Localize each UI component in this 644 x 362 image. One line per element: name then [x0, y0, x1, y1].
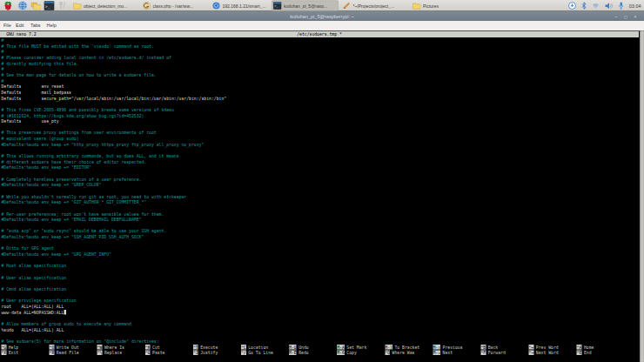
editor-line: # While you shouldn't normally run git a… — [2, 193, 637, 199]
volume-icon[interactable] — [605, 2, 614, 10]
shortcut-label: Replace — [104, 350, 122, 355]
taskbar-window-label: object_detection_mo... — [84, 3, 127, 9]
close-button[interactable]: × — [633, 13, 638, 19]
editor-line: # — [2, 66, 637, 72]
shortcut-label: Paste — [152, 350, 164, 355]
updates-icon[interactable] — [568, 2, 576, 10]
editor-line — [2, 257, 637, 263]
wifi-icon[interactable] — [592, 3, 600, 10]
shortcut-key: ^/ — [241, 350, 246, 355]
shortcut-label: Location — [248, 345, 268, 350]
terminal-scrollbar[interactable] — [640, 31, 644, 362]
shortcut-key: ^→ — [529, 350, 534, 355]
minimize-button[interactable]: − — [614, 13, 619, 19]
editor-line: # different sudoers have their choice of… — [2, 158, 637, 164]
geany-icon — [143, 2, 151, 10]
terminal-content[interactable]: /etc/sudoers.tmp * GNU nano 7.2 ## This … — [0, 31, 644, 362]
nano-shortcut-row-1: ^GHelp^OWrite Out^WWhere Is^KCut^TExecut… — [2, 344, 641, 350]
nano-shortcut: ^FForward — [481, 350, 506, 356]
editor-line: #Defaults:%sudo env_keep += "http_proxy … — [2, 142, 637, 148]
taskbar-window-label: class.php - /var/ww... — [153, 3, 193, 9]
menu-edit[interactable]: Edit — [16, 23, 23, 28]
taskbar-window-pictures[interactable]: Pictures — [411, 1, 463, 11]
editor-line — [2, 240, 637, 246]
clock[interactable]: 03:04 — [629, 3, 641, 9]
shortcut-label: Prev Word — [536, 345, 559, 350]
shortcut-key: M-↑ — [433, 345, 440, 350]
window-controls: − □ × — [614, 11, 638, 21]
shortcut-label: Back — [488, 345, 499, 350]
shortcut-label: Cut — [152, 345, 160, 350]
nano-shortcut: M-6Copy — [337, 350, 357, 356]
editor-line — [2, 332, 637, 339]
editor-line: root ALL=(ALL:ALL) ALL — [2, 304, 637, 310]
bluetooth-icon[interactable] — [581, 2, 587, 10]
tools-launcher[interactable] — [57, 1, 67, 10]
folders-icon — [30, 2, 41, 10]
menu-tabs[interactable]: Tabs — [30, 23, 41, 28]
editor-line: # — [2, 37, 637, 44]
editor-line: # "sudo scp" or "sudo rsync" should be a… — [2, 228, 637, 234]
desktop-screen: >_ object_detection_mo... class.php - /v… — [0, 0, 644, 362]
editor-line: Defaults env_reset — [2, 84, 637, 90]
taskbar-window-label: Pictures — [423, 3, 439, 9]
editor-line: # Ditto for GPG agent — [2, 245, 637, 251]
terminal-launcher[interactable]: >_ — [44, 1, 55, 10]
shortcut-key: M-E — [289, 350, 297, 355]
shortcut-key: M-] — [385, 345, 392, 350]
window-titlebar[interactable]: kutluhan_pi_5@raspberrypi: ~ − □ × — [0, 11, 644, 21]
shortcut-key: ^U — [145, 350, 151, 355]
taskbar-window-terminal[interactable]: >_ kutluhan_pi_5@rasp... — [272, 1, 339, 11]
menu-help[interactable]: Help — [47, 23, 57, 28]
folder-icon — [413, 2, 421, 10]
editor-line: # Completely harmless preservation of a … — [2, 176, 637, 182]
maximize-button[interactable]: □ — [623, 13, 628, 19]
shortcut-key: ^K — [145, 345, 151, 350]
shortcut-label: Read File — [57, 350, 79, 355]
menu-launcher[interactable] — [3, 1, 13, 10]
nano-shortcut: ^TExecute — [193, 344, 218, 350]
taskbar-window-projects[interactable]: *~/Projects/project_... — [341, 1, 408, 11]
shortcut-label: Write Out — [57, 345, 79, 350]
taskbar-window-object-detection[interactable]: object_detection_mo... — [71, 1, 138, 11]
shortcut-key: ^T — [193, 345, 198, 350]
taskbar-window-browser-page[interactable]: 192.168.1.21/smart_... — [211, 1, 278, 11]
nano-shortcut: ^→Next Word — [529, 350, 559, 356]
shortcut-key: M-U — [289, 345, 297, 350]
window-title: kutluhan_pi_5@raspberrypi: ~ — [290, 14, 354, 19]
editor-line: # Please consider adding local content i… — [2, 55, 637, 61]
shortcut-label: Go To Line — [248, 350, 273, 355]
editor-line — [2, 171, 637, 177]
pencil-icon — [343, 2, 351, 10]
shortcut-label: Previous — [443, 345, 463, 350]
nano-shortcut: ^CLocation — [241, 344, 268, 350]
editor-line: # User privilege specification — [2, 298, 637, 304]
shortcut-key: ^F — [481, 350, 486, 355]
shortcut-key: ^C — [241, 345, 246, 350]
editor-line: # This fixes CVE-2005-4890 and possibly … — [2, 107, 637, 113]
shortcut-label: Execute — [200, 345, 218, 350]
microphone-icon[interactable] — [619, 2, 624, 10]
shortcut-key: ^A — [577, 345, 582, 350]
editor-line: # See sudoers(5) for more information on… — [2, 339, 637, 345]
editor-line: # User alias specification — [2, 274, 637, 280]
editor-line: #Defaults:%sudo env_keep += "GPG_AGENT_I… — [2, 251, 637, 258]
shortcut-key: ^R — [50, 350, 55, 355]
nano-shortcut: ^←Prev Word — [529, 344, 559, 350]
taskbar-window-class-php[interactable]: class.php - /var/ww... — [141, 1, 208, 11]
file-manager-launcher[interactable] — [30, 1, 41, 10]
editor-line — [2, 205, 637, 211]
editor-line: #Defaults:%sudo env_keep += "EDITOR" — [2, 164, 637, 171]
nano-shortcut: M-UUndo — [289, 344, 309, 350]
nano-shortcut: ^QWhere Was — [385, 350, 414, 356]
nano-shortcut: ^KCut — [145, 344, 160, 350]
system-tray: 03:04 — [568, 0, 641, 11]
nano-shortcut-row-2: ^XExit^RRead File^\Replace^UPaste^JJusti… — [2, 350, 641, 356]
menu-file[interactable]: File — [3, 23, 11, 28]
editor-line: # (#1011624, https://bugs.kde.org/show_b… — [2, 112, 637, 118]
editor-line: # This file MUST be edited with the 'vis… — [2, 43, 637, 49]
shortcut-label: Home — [584, 345, 594, 350]
nano-shortcut: ^OWrite Out — [50, 344, 79, 350]
browser-launcher[interactable] — [17, 1, 28, 10]
scrollbar-thumb[interactable] — [641, 31, 644, 362]
